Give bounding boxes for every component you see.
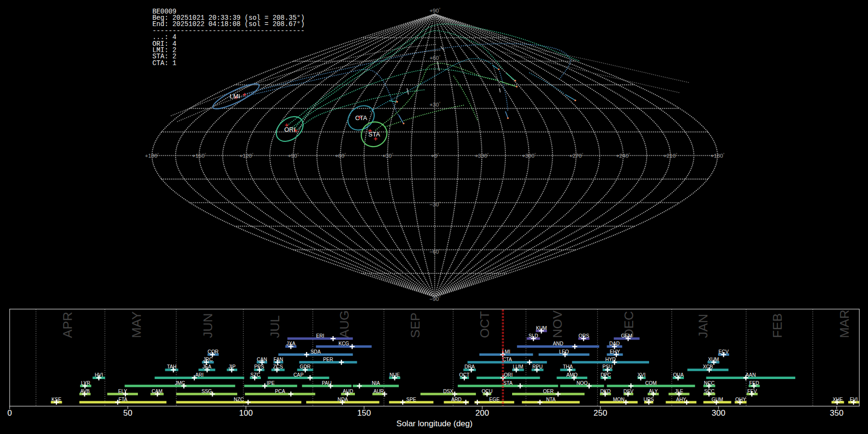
svg-text:GUM: GUM	[712, 397, 723, 402]
svg-text:PAU: PAU	[322, 380, 331, 386]
svg-text:XUM: XUM	[708, 357, 719, 362]
svg-text:250: 250	[594, 408, 607, 418]
svg-text:+330°: +330°	[475, 152, 488, 159]
svg-text:LUM: LUM	[513, 364, 523, 369]
svg-text:HYD: HYD	[605, 357, 616, 362]
svg-text:FEV: FEV	[747, 389, 757, 394]
svg-text:JUL: JUL	[268, 315, 282, 338]
svg-text:COM: COM	[645, 380, 657, 386]
svg-text:100: 100	[239, 408, 253, 418]
svg-text:+180°: +180°	[710, 152, 724, 159]
svg-text:DSX: DSX	[443, 389, 453, 394]
svg-text:LEO: LEO	[559, 349, 569, 354]
svg-text:PSU: PSU	[602, 364, 612, 369]
svg-text:LYR: LYR	[81, 380, 90, 386]
svg-text:+60°: +60°	[430, 54, 441, 61]
svg-text:JXA: JXA	[286, 341, 296, 346]
svg-text:HVI: HVI	[95, 372, 103, 378]
svg-text:JRC: JRC	[203, 357, 213, 362]
svg-text:ZCS: ZCS	[273, 364, 283, 369]
svg-text:ORI: ORI	[284, 126, 295, 133]
svg-text:AUG: AUG	[337, 311, 352, 338]
svg-text:XHE: XHE	[833, 397, 843, 402]
svg-text:ORI: ORI	[504, 372, 513, 378]
svg-text:DRA: DRA	[464, 364, 475, 369]
svg-text:TAH: TAH	[167, 364, 176, 369]
svg-text:GEM: GEM	[621, 333, 632, 339]
svg-text:EHY: EHY	[610, 349, 620, 354]
svg-text:ARD: ARD	[451, 397, 462, 402]
svg-text:XVI: XVI	[637, 372, 645, 378]
svg-text:ECV: ECV	[719, 349, 729, 354]
svg-text:AAN: AAN	[746, 372, 756, 378]
svg-text:CTA: CTA	[355, 114, 367, 122]
svg-text:Solar longitude (deg): Solar longitude (deg)	[396, 419, 473, 428]
svg-text:SSG: SSG	[202, 389, 212, 394]
svg-text:LMI: LMI	[230, 93, 240, 100]
svg-text:JLE: JLE	[675, 389, 683, 394]
svg-text:URS: URS	[644, 397, 654, 402]
svg-text:MAY: MAY	[129, 311, 144, 338]
svg-text:PCA: PCA	[275, 389, 285, 394]
svg-text:+150°: +150°	[192, 152, 206, 159]
svg-text:CTA: CTA	[502, 357, 512, 362]
svg-text:QUA: QUA	[673, 372, 684, 378]
svg-text:ALY: ALY	[649, 389, 658, 394]
svg-text:FAN: FAN	[273, 357, 283, 362]
svg-text:JUN: JUN	[201, 313, 215, 338]
svg-text:SLD: SLD	[529, 333, 538, 339]
svg-text:0: 0	[7, 408, 12, 418]
svg-text:SZC: SZC	[250, 372, 260, 378]
svg-text:FTA: FTA	[119, 397, 128, 402]
svg-text:CTA: 1: CTA: 1	[152, 59, 176, 67]
svg-text:JAN: JAN	[696, 314, 710, 338]
svg-text:FEB: FEB	[770, 313, 785, 338]
svg-text:50: 50	[123, 408, 133, 418]
svg-text:+300°: +300°	[522, 152, 536, 159]
svg-text:JIP: JIP	[229, 364, 236, 369]
svg-text:350: 350	[830, 408, 843, 418]
svg-text:KCG: KCG	[339, 341, 349, 346]
svg-text:−30°: −30°	[430, 201, 441, 207]
svg-text:ELY: ELY	[118, 389, 127, 394]
svg-text:AHY: AHY	[676, 397, 686, 402]
svg-text:KSE: KSE	[52, 397, 62, 402]
svg-text:ARI: ARI	[195, 372, 203, 378]
svg-text:−90°: −90°	[430, 296, 441, 302]
svg-text:−60°: −60°	[430, 248, 441, 255]
svg-text:GDR: GDR	[299, 364, 311, 369]
svg-text:DPC: DPC	[600, 372, 611, 378]
svg-text:EVI: EVI	[850, 397, 857, 402]
svg-text:MON: MON	[613, 397, 624, 402]
svg-text:AMO: AMO	[567, 372, 578, 378]
svg-text:NCC: NCC	[704, 380, 715, 386]
svg-text:KUM: KUM	[536, 326, 547, 331]
svg-text:COR: COR	[208, 349, 219, 354]
svg-text:AND: AND	[553, 341, 564, 346]
svg-text:NOO: NOO	[576, 380, 587, 386]
svg-text:NTA: NTA	[546, 397, 556, 402]
svg-text:JEA: JEA	[203, 364, 212, 369]
svg-text:NZC: NZC	[234, 397, 244, 402]
svg-text:ERI: ERI	[316, 333, 324, 339]
svg-text:OHY: OHY	[735, 397, 746, 402]
svg-text:+90°: +90°	[430, 7, 441, 14]
svg-text:150: 150	[357, 408, 371, 418]
svg-text:AVB: AVB	[80, 389, 90, 394]
svg-text:NDA: NDA	[338, 397, 348, 402]
svg-text:OCT: OCT	[459, 372, 470, 378]
svg-text:FED: FED	[749, 380, 759, 386]
svg-text:CAM: CAM	[151, 389, 163, 394]
svg-text:CAP: CAP	[294, 372, 304, 378]
svg-text:PPS: PPS	[254, 364, 264, 369]
svg-text:MAR: MAR	[837, 310, 852, 338]
svg-text:RPU: RPU	[532, 364, 543, 369]
svg-text:AUR: AUR	[373, 389, 384, 394]
svg-text:STA: STA	[368, 131, 380, 138]
svg-text:JMC: JMC	[175, 380, 185, 386]
svg-text:APR: APR	[60, 312, 75, 339]
svg-text:DKD: DKD	[600, 389, 611, 394]
svg-text:EGE: EGE	[489, 397, 500, 402]
svg-text:+270°: +270°	[569, 152, 583, 159]
svg-text:XCB: XCB	[703, 364, 713, 369]
